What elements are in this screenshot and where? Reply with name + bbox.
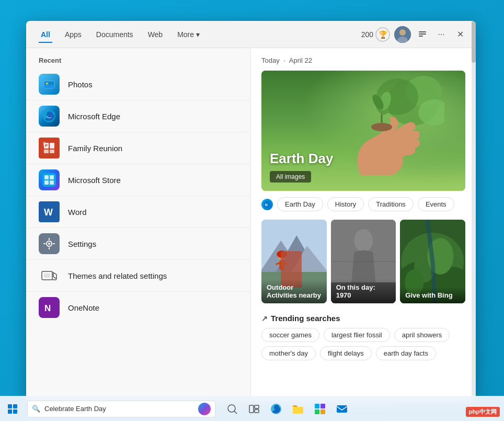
app-item-onenote[interactable]: N OneNote [26,292,250,323]
tab-apps[interactable]: Apps [59,27,88,42]
win-square-bl [8,409,12,414]
app-name-word: Word [68,208,87,217]
photos-icon [39,74,60,95]
svg-rect-72 [315,404,319,408]
app-item-family-reunion[interactable]: P Family Reunion [26,132,250,164]
taskbar-explorer-icon[interactable] [288,399,308,419]
win-square-tl [8,404,12,408]
hero-card[interactable]: Earth Day All images [261,71,465,191]
desktop: All Apps Documents Web More ▾ 200 🏆 [0,0,504,421]
svg-rect-17 [42,173,56,187]
trend-soccer-games[interactable]: soccer games [261,328,319,342]
taskbar-search-icon[interactable] [222,399,243,419]
left-panel: Recent Photos [26,48,251,403]
person-icon-btn[interactable] [415,27,430,42]
svg-rect-12 [50,143,54,149]
trend-april-showers[interactable]: april showers [394,328,450,342]
app-name-onenote: OneNote [68,303,99,312]
svg-rect-27 [49,238,50,240]
trend-flight-delays[interactable]: flight delays [320,346,372,360]
svg-text:W: W [44,207,53,218]
search-bar[interactable]: 🔍 Celebrate Earth Day [27,401,215,417]
trending-header: ↗ Trending searches [261,314,465,323]
taskbar-store-icon[interactable] [310,399,330,419]
trend-mothers-day[interactable]: mother's day [261,346,316,360]
trend-largest-flier-fossil[interactable]: largest flier fossil [324,328,390,342]
app-item-ms-store[interactable]: Microsoft Store [26,164,250,196]
more-options-btn[interactable]: ··· [434,27,449,42]
svg-point-43 [371,123,392,131]
app-name-settings: Settings [68,240,96,248]
close-btn[interactable]: ✕ [453,27,467,42]
card-givewithbing-label: Give with Bing [400,287,465,303]
search-icon: 🔍 [32,405,40,413]
word-icon: W [39,201,60,222]
taskbar: 🔍 Celebrate Earth Day [0,396,504,421]
svg-rect-20 [44,180,49,185]
app-name-photos: Photos [68,80,93,89]
avatar[interactable] [394,26,411,43]
svg-rect-21 [50,180,54,185]
svg-line-66 [234,411,237,414]
svg-rect-32 [44,274,50,278]
svg-text:N: N [44,303,51,313]
title-bar-right: 200 🏆 [361,26,467,43]
hero-title: Earth Day [270,151,457,167]
app-item-settings[interactable]: Settings [26,228,250,260]
start-menu: All Apps Documents Web More ▾ 200 🏆 [26,21,476,403]
date-value: April 22 [289,56,312,64]
taskbar-icons [222,399,352,419]
svg-rect-3 [419,31,426,32]
win-square-tr [13,404,17,408]
right-panel: Today · April 22 [251,48,476,403]
svg-rect-19 [50,175,54,179]
svg-text:b: b [265,202,268,207]
app-item-word[interactable]: W Word [26,196,250,228]
card-outdoor-activities[interactable]: OutdoorActivities nearby [261,220,327,303]
svg-rect-68 [255,405,259,408]
edge-icon [39,106,60,127]
windows-logo [8,404,17,414]
scrollbar-track [472,48,476,403]
tag-earth-day[interactable]: Earth Day [277,197,323,211]
start-button[interactable] [0,396,25,422]
svg-rect-76 [337,405,347,413]
svg-point-65 [228,405,235,412]
tag-events[interactable]: Events [418,197,454,211]
svg-rect-69 [255,409,259,413]
taskbar-mail-icon[interactable] [331,399,352,419]
scrollbar-thumb[interactable] [472,48,476,63]
svg-rect-71 [293,407,303,414]
cards-row: OutdoorActivities nearby [261,220,465,303]
svg-rect-5 [419,36,423,37]
svg-rect-75 [320,409,325,414]
tab-documents[interactable]: Documents [90,27,140,42]
tab-all[interactable]: All [35,27,56,42]
tag-history[interactable]: History [327,197,364,211]
score-value: 200 [361,30,373,39]
tags-row: b Earth Day History Traditions Events [261,197,465,211]
trending-pills: soccer games largest flier fossil april … [261,328,465,360]
tab-web[interactable]: Web [142,27,169,42]
svg-rect-4 [419,33,426,35]
svg-rect-73 [320,404,325,408]
svg-point-26 [48,243,50,245]
title-bar: All Apps Documents Web More ▾ 200 🏆 [26,21,476,48]
bing-logo-taskbar [198,403,211,415]
taskbar-taskview-icon[interactable] [244,399,265,419]
card-on-this-day[interactable]: On this day: 1970 [331,220,396,303]
onenote-icon: N [39,297,60,318]
trophy-icon[interactable]: 🏆 [375,27,390,42]
tab-more[interactable]: More ▾ [171,27,206,42]
tag-traditions[interactable]: Traditions [368,197,414,211]
card-give-with-bing[interactable]: Give with Bing [400,220,465,303]
app-item-edge[interactable]: Microsoft Edge [26,100,250,132]
svg-text:P: P [45,143,48,148]
themes-icon [39,265,60,286]
app-item-photos[interactable]: Photos [26,69,250,100]
svg-rect-53 [279,260,284,270]
app-item-themes[interactable]: Themes and related settings [26,260,250,292]
trend-earth-day-facts[interactable]: earth day facts [376,346,436,360]
taskbar-edge-icon[interactable] [266,399,287,419]
all-images-button[interactable]: All images [270,171,311,183]
